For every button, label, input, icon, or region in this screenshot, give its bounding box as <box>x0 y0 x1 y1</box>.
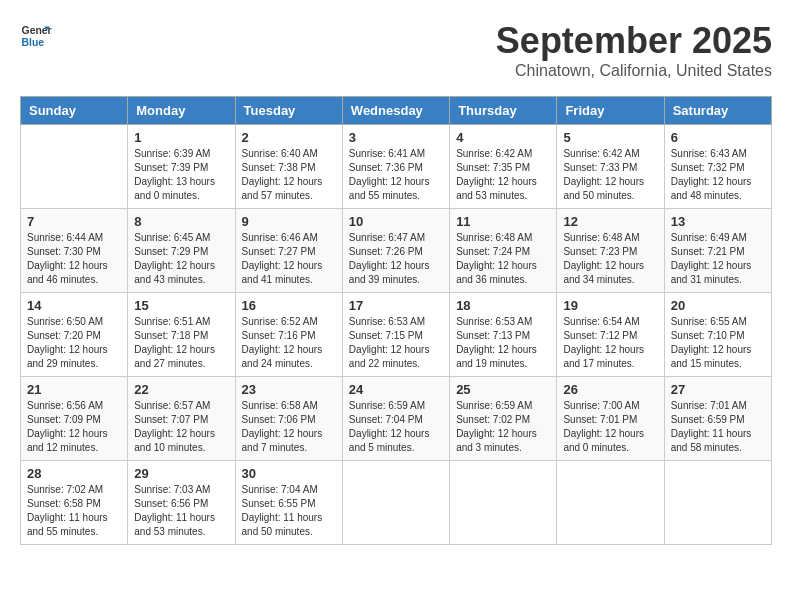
calendar-cell: 20Sunrise: 6:55 AM Sunset: 7:10 PM Dayli… <box>664 293 771 377</box>
day-number: 26 <box>563 382 657 397</box>
day-number: 9 <box>242 214 336 229</box>
calendar-cell: 4Sunrise: 6:42 AM Sunset: 7:35 PM Daylig… <box>450 125 557 209</box>
day-number: 19 <box>563 298 657 313</box>
calendar-week-2: 7Sunrise: 6:44 AM Sunset: 7:30 PM Daylig… <box>21 209 772 293</box>
location-subtitle: Chinatown, California, United States <box>496 62 772 80</box>
day-info: Sunrise: 7:01 AM Sunset: 6:59 PM Dayligh… <box>671 399 765 455</box>
day-info: Sunrise: 7:00 AM Sunset: 7:01 PM Dayligh… <box>563 399 657 455</box>
logo-icon: General Blue <box>20 20 52 52</box>
calendar-cell: 25Sunrise: 6:59 AM Sunset: 7:02 PM Dayli… <box>450 377 557 461</box>
page-header: General Blue September 2025 Chinatown, C… <box>20 20 772 80</box>
day-info: Sunrise: 6:53 AM Sunset: 7:15 PM Dayligh… <box>349 315 443 371</box>
calendar-cell <box>664 461 771 545</box>
day-info: Sunrise: 6:51 AM Sunset: 7:18 PM Dayligh… <box>134 315 228 371</box>
day-number: 11 <box>456 214 550 229</box>
day-number: 23 <box>242 382 336 397</box>
calendar-cell: 10Sunrise: 6:47 AM Sunset: 7:26 PM Dayli… <box>342 209 449 293</box>
weekday-header-saturday: Saturday <box>664 97 771 125</box>
calendar-week-5: 28Sunrise: 7:02 AM Sunset: 6:58 PM Dayli… <box>21 461 772 545</box>
month-title: September 2025 <box>496 20 772 62</box>
weekday-header-tuesday: Tuesday <box>235 97 342 125</box>
calendar-cell: 14Sunrise: 6:50 AM Sunset: 7:20 PM Dayli… <box>21 293 128 377</box>
calendar-cell: 18Sunrise: 6:53 AM Sunset: 7:13 PM Dayli… <box>450 293 557 377</box>
calendar-cell: 21Sunrise: 6:56 AM Sunset: 7:09 PM Dayli… <box>21 377 128 461</box>
day-info: Sunrise: 6:42 AM Sunset: 7:33 PM Dayligh… <box>563 147 657 203</box>
day-number: 28 <box>27 466 121 481</box>
day-number: 21 <box>27 382 121 397</box>
calendar-cell: 1Sunrise: 6:39 AM Sunset: 7:39 PM Daylig… <box>128 125 235 209</box>
calendar-cell <box>21 125 128 209</box>
calendar-cell: 19Sunrise: 6:54 AM Sunset: 7:12 PM Dayli… <box>557 293 664 377</box>
day-info: Sunrise: 6:59 AM Sunset: 7:04 PM Dayligh… <box>349 399 443 455</box>
calendar-cell: 28Sunrise: 7:02 AM Sunset: 6:58 PM Dayli… <box>21 461 128 545</box>
calendar-week-1: 1Sunrise: 6:39 AM Sunset: 7:39 PM Daylig… <box>21 125 772 209</box>
weekday-header-sunday: Sunday <box>21 97 128 125</box>
day-info: Sunrise: 6:59 AM Sunset: 7:02 PM Dayligh… <box>456 399 550 455</box>
day-number: 5 <box>563 130 657 145</box>
day-info: Sunrise: 6:57 AM Sunset: 7:07 PM Dayligh… <box>134 399 228 455</box>
calendar-cell: 9Sunrise: 6:46 AM Sunset: 7:27 PM Daylig… <box>235 209 342 293</box>
calendar-cell: 2Sunrise: 6:40 AM Sunset: 7:38 PM Daylig… <box>235 125 342 209</box>
weekday-header-row: SundayMondayTuesdayWednesdayThursdayFrid… <box>21 97 772 125</box>
day-number: 4 <box>456 130 550 145</box>
weekday-header-thursday: Thursday <box>450 97 557 125</box>
day-info: Sunrise: 6:40 AM Sunset: 7:38 PM Dayligh… <box>242 147 336 203</box>
day-number: 30 <box>242 466 336 481</box>
day-number: 22 <box>134 382 228 397</box>
calendar-cell: 6Sunrise: 6:43 AM Sunset: 7:32 PM Daylig… <box>664 125 771 209</box>
day-number: 13 <box>671 214 765 229</box>
day-info: Sunrise: 6:50 AM Sunset: 7:20 PM Dayligh… <box>27 315 121 371</box>
calendar-cell: 29Sunrise: 7:03 AM Sunset: 6:56 PM Dayli… <box>128 461 235 545</box>
weekday-header-monday: Monday <box>128 97 235 125</box>
calendar-cell: 15Sunrise: 6:51 AM Sunset: 7:18 PM Dayli… <box>128 293 235 377</box>
day-number: 25 <box>456 382 550 397</box>
day-info: Sunrise: 7:03 AM Sunset: 6:56 PM Dayligh… <box>134 483 228 539</box>
day-info: Sunrise: 6:55 AM Sunset: 7:10 PM Dayligh… <box>671 315 765 371</box>
day-info: Sunrise: 6:46 AM Sunset: 7:27 PM Dayligh… <box>242 231 336 287</box>
calendar-cell: 24Sunrise: 6:59 AM Sunset: 7:04 PM Dayli… <box>342 377 449 461</box>
day-number: 20 <box>671 298 765 313</box>
title-block: September 2025 Chinatown, California, Un… <box>496 20 772 80</box>
day-info: Sunrise: 6:52 AM Sunset: 7:16 PM Dayligh… <box>242 315 336 371</box>
calendar-cell <box>450 461 557 545</box>
calendar-cell: 27Sunrise: 7:01 AM Sunset: 6:59 PM Dayli… <box>664 377 771 461</box>
calendar-cell: 5Sunrise: 6:42 AM Sunset: 7:33 PM Daylig… <box>557 125 664 209</box>
calendar-cell: 7Sunrise: 6:44 AM Sunset: 7:30 PM Daylig… <box>21 209 128 293</box>
calendar-cell: 30Sunrise: 7:04 AM Sunset: 6:55 PM Dayli… <box>235 461 342 545</box>
day-info: Sunrise: 6:53 AM Sunset: 7:13 PM Dayligh… <box>456 315 550 371</box>
day-info: Sunrise: 6:56 AM Sunset: 7:09 PM Dayligh… <box>27 399 121 455</box>
day-number: 10 <box>349 214 443 229</box>
day-info: Sunrise: 6:48 AM Sunset: 7:24 PM Dayligh… <box>456 231 550 287</box>
day-info: Sunrise: 7:02 AM Sunset: 6:58 PM Dayligh… <box>27 483 121 539</box>
day-info: Sunrise: 6:43 AM Sunset: 7:32 PM Dayligh… <box>671 147 765 203</box>
day-number: 16 <box>242 298 336 313</box>
day-info: Sunrise: 6:41 AM Sunset: 7:36 PM Dayligh… <box>349 147 443 203</box>
logo: General Blue <box>20 20 56 52</box>
calendar-cell <box>342 461 449 545</box>
calendar-table: SundayMondayTuesdayWednesdayThursdayFrid… <box>20 96 772 545</box>
day-number: 2 <box>242 130 336 145</box>
calendar-cell: 12Sunrise: 6:48 AM Sunset: 7:23 PM Dayli… <box>557 209 664 293</box>
day-number: 29 <box>134 466 228 481</box>
calendar-cell: 3Sunrise: 6:41 AM Sunset: 7:36 PM Daylig… <box>342 125 449 209</box>
day-number: 7 <box>27 214 121 229</box>
day-info: Sunrise: 6:47 AM Sunset: 7:26 PM Dayligh… <box>349 231 443 287</box>
day-info: Sunrise: 6:42 AM Sunset: 7:35 PM Dayligh… <box>456 147 550 203</box>
calendar-cell <box>557 461 664 545</box>
calendar-cell: 8Sunrise: 6:45 AM Sunset: 7:29 PM Daylig… <box>128 209 235 293</box>
day-number: 24 <box>349 382 443 397</box>
day-info: Sunrise: 6:58 AM Sunset: 7:06 PM Dayligh… <box>242 399 336 455</box>
day-info: Sunrise: 6:49 AM Sunset: 7:21 PM Dayligh… <box>671 231 765 287</box>
day-number: 3 <box>349 130 443 145</box>
svg-text:Blue: Blue <box>22 37 45 48</box>
calendar-cell: 11Sunrise: 6:48 AM Sunset: 7:24 PM Dayli… <box>450 209 557 293</box>
calendar-week-3: 14Sunrise: 6:50 AM Sunset: 7:20 PM Dayli… <box>21 293 772 377</box>
weekday-header-friday: Friday <box>557 97 664 125</box>
day-number: 18 <box>456 298 550 313</box>
day-number: 15 <box>134 298 228 313</box>
day-info: Sunrise: 6:54 AM Sunset: 7:12 PM Dayligh… <box>563 315 657 371</box>
weekday-header-wednesday: Wednesday <box>342 97 449 125</box>
day-number: 27 <box>671 382 765 397</box>
calendar-cell: 26Sunrise: 7:00 AM Sunset: 7:01 PM Dayli… <box>557 377 664 461</box>
calendar-week-4: 21Sunrise: 6:56 AM Sunset: 7:09 PM Dayli… <box>21 377 772 461</box>
